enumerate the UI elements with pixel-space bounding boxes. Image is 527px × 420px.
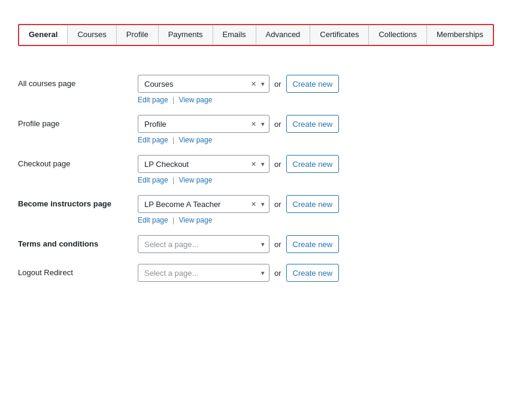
tab-courses[interactable]: Courses — [68, 25, 116, 45]
or-text-become-instructors: or — [274, 200, 281, 209]
field-links-all-courses: Edit page | View page — [138, 96, 339, 104]
tab-profile[interactable]: Profile — [117, 25, 159, 45]
tab-memberships[interactable]: Memberships — [427, 25, 493, 45]
create-new-button-become-instructors[interactable]: Create new — [286, 195, 339, 213]
field-label-all-courses: All courses page — [18, 75, 138, 88]
page-wrapper: GeneralCoursesProfilePaymentsEmailsAdvan… — [0, 0, 527, 420]
select-wrapper-all-courses: Courses✕▾ — [138, 75, 269, 93]
field-input-row-all-courses: Courses✕▾orCreate new — [138, 75, 339, 93]
tab-collections[interactable]: Collections — [369, 25, 427, 45]
select-wrapper-terms: Select a page...▾ — [138, 235, 269, 253]
field-control-checkout: LP Checkout✕▾orCreate newEdit page | Vie… — [138, 155, 339, 184]
tab-general[interactable]: General — [19, 25, 68, 45]
field-links-profile: Edit page | View page — [138, 136, 339, 144]
create-new-button-logout[interactable]: Create new — [286, 264, 339, 282]
or-text-checkout: or — [274, 160, 281, 169]
field-control-terms: Select a page...▾orCreate new — [138, 235, 339, 253]
or-text-all-courses: or — [274, 80, 281, 89]
field-input-row-terms: Select a page...▾orCreate new — [138, 235, 339, 253]
field-control-become-instructors: LP Become A Teacher✕▾orCreate newEdit pa… — [138, 195, 339, 224]
or-text-terms: or — [274, 240, 281, 249]
section-content: All courses pageCourses✕▾orCreate newEdi… — [18, 75, 509, 282]
create-new-button-checkout[interactable]: Create new — [286, 155, 339, 173]
select-logout[interactable]: Select a page... — [138, 264, 269, 282]
select-wrapper-checkout: LP Checkout✕▾ — [138, 155, 269, 173]
field-control-logout: Select a page...▾orCreate new — [138, 264, 339, 282]
select-become-instructors[interactable]: LP Become A Teacher — [138, 195, 269, 213]
create-new-button-all-courses[interactable]: Create new — [286, 75, 339, 93]
field-label-become-instructors: Become instructors page — [18, 195, 138, 208]
field-row-profile: Profile pageProfile✕▾orCreate newEdit pa… — [18, 115, 509, 144]
field-row-terms: Terms and conditionsSelect a page...▾orC… — [18, 235, 509, 253]
divider-checkout: | — [171, 176, 177, 184]
tab-payments[interactable]: Payments — [159, 25, 213, 45]
create-new-button-profile[interactable]: Create new — [286, 115, 339, 133]
field-label-profile: Profile page — [18, 115, 138, 128]
tab-advanced[interactable]: Advanced — [256, 25, 311, 45]
field-row-become-instructors: Become instructors pageLP Become A Teach… — [18, 195, 509, 224]
or-text-profile: or — [274, 120, 281, 129]
fields-container: All courses pageCourses✕▾orCreate newEdi… — [18, 75, 509, 282]
field-label-terms: Terms and conditions — [18, 235, 138, 248]
select-profile[interactable]: Profile — [138, 115, 269, 133]
field-label-logout: Logout Redirect — [18, 264, 138, 277]
field-label-checkout: Checkout page — [18, 155, 138, 168]
select-all-courses[interactable]: Courses — [138, 75, 269, 93]
view-page-link-become-instructors[interactable]: View page — [179, 216, 213, 224]
divider-become-instructors: | — [171, 216, 177, 224]
divider-profile: | — [171, 136, 177, 144]
field-control-all-courses: Courses✕▾orCreate newEdit page | View pa… — [138, 75, 339, 104]
field-input-row-logout: Select a page...▾orCreate new — [138, 264, 339, 282]
select-wrapper-logout: Select a page...▾ — [138, 264, 269, 282]
divider-all-courses: | — [171, 96, 177, 104]
view-page-link-all-courses[interactable]: View page — [179, 96, 213, 104]
edit-page-link-become-instructors[interactable]: Edit page — [138, 216, 168, 224]
field-row-all-courses: All courses pageCourses✕▾orCreate newEdi… — [18, 75, 509, 104]
tabs-container: GeneralCoursesProfilePaymentsEmailsAdvan… — [18, 24, 494, 46]
edit-page-link-checkout[interactable]: Edit page — [138, 176, 168, 184]
field-input-row-become-instructors: LP Become A Teacher✕▾orCreate new — [138, 195, 339, 213]
field-links-become-instructors: Edit page | View page — [138, 216, 339, 224]
field-control-profile: Profile✕▾orCreate newEdit page | View pa… — [138, 115, 339, 144]
field-row-checkout: Checkout pageLP Checkout✕▾orCreate newEd… — [18, 155, 509, 184]
edit-page-link-all-courses[interactable]: Edit page — [138, 96, 168, 104]
field-input-row-profile: Profile✕▾orCreate new — [138, 115, 339, 133]
field-links-checkout: Edit page | View page — [138, 176, 339, 184]
create-new-button-terms[interactable]: Create new — [286, 235, 339, 253]
field-row-logout: Logout RedirectSelect a page...▾orCreate… — [18, 264, 509, 282]
tab-emails[interactable]: Emails — [213, 25, 256, 45]
edit-page-link-profile[interactable]: Edit page — [138, 136, 168, 144]
select-terms[interactable]: Select a page... — [138, 235, 269, 253]
field-input-row-checkout: LP Checkout✕▾orCreate new — [138, 155, 339, 173]
select-checkout[interactable]: LP Checkout — [138, 155, 269, 173]
select-wrapper-profile: Profile✕▾ — [138, 115, 269, 133]
tab-certificates[interactable]: Certificates — [310, 25, 369, 45]
view-page-link-profile[interactable]: View page — [179, 136, 213, 144]
select-wrapper-become-instructors: LP Become A Teacher✕▾ — [138, 195, 269, 213]
or-text-logout: or — [274, 269, 281, 278]
view-page-link-checkout[interactable]: View page — [179, 176, 213, 184]
